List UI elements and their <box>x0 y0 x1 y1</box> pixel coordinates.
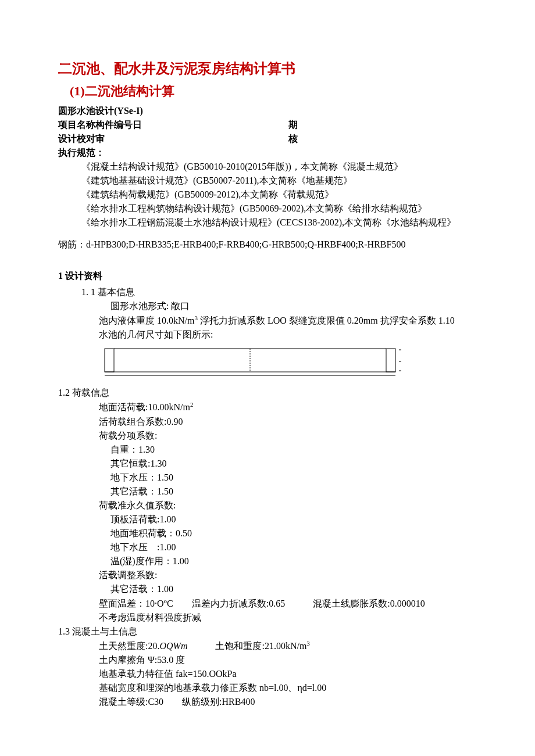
check-label-left: 设计校对审 <box>58 132 288 146</box>
quasi-1: 顶板活荷载:1.00 <box>110 513 477 526</box>
soil-sat: 土饱和重度:21.00kN/m <box>187 641 306 651</box>
pool-diagram <box>99 345 401 380</box>
adj-heading: 活载调整系数: <box>99 568 477 582</box>
bearing: 地基承载力特征值 fak=150.OOkPa <box>99 667 477 681</box>
design-line: 圆形水池设计(YSe-I) <box>58 104 477 118</box>
partial-1: 自重：1.30 <box>110 443 477 457</box>
project-label-left: 项目名称构件编号日 <box>58 118 288 132</box>
pool-shape: 圆形水池形式: 敞口 <box>110 299 477 313</box>
partial-4: 其它活载：1.50 <box>110 485 477 499</box>
liquid-line: 池内液体重度 10.0kN/m3 浮托力折减系数 LOO 裂缝宽度限值 0.20… <box>99 313 477 328</box>
quasi-4: 温(湿)度作用：1.00 <box>110 554 477 568</box>
check-label-right: 核 <box>288 132 477 146</box>
soil-natural: 土天然重度:20.OQWm 土饱和重度:21.00kN/m3 <box>99 639 477 653</box>
live-surface: 地面活荷载:10.00kN/m2 <box>99 400 477 414</box>
spec-item: 《给水排水工程钢筋混凝土水池结构设计规程》(CECS138-2002),本文简称… <box>81 216 477 230</box>
live-comb: 活荷载组合系数:0.90 <box>99 415 477 429</box>
quasi-heading: 荷载准永久值系数: <box>99 499 477 513</box>
soil-nat-i: OQWm <box>159 641 187 651</box>
partial-2: 其它恒载:1.30 <box>110 457 477 471</box>
svg-rect-0 <box>105 349 114 372</box>
spec-item: 《建筑结构荷载规范》(GB50009-2012),本文简称《荷载规范》 <box>81 188 477 202</box>
sup-2: 2 <box>190 401 194 408</box>
live-surface-text: 地面活荷载:10.00kN/m <box>99 403 190 413</box>
project-label-right: 期 <box>288 118 477 132</box>
spec-item: 《给水排水工程构筑物结构设计规范》(GB50069-2002),本文简称《给排水… <box>81 202 477 216</box>
liquid-a: 池内液体重度 10.0kN/m <box>99 316 194 325</box>
adj-1: 其它活载：1.00 <box>110 582 477 596</box>
rebar-line: 钢筋：d-HPB300;D-HRB335;E-HRB400;F-RRB400;G… <box>58 238 477 252</box>
sup-3b: 3 <box>306 640 310 647</box>
wall-temp: 壁面温差：10·OoC 温差内力折减系数:0.65 混凝土线膨胀系数:0.000… <box>99 596 477 611</box>
partial-3: 地下水压：1.50 <box>110 471 477 485</box>
partial-heading: 荷载分项系数: <box>99 429 477 443</box>
svg-rect-1 <box>386 349 395 372</box>
spec-item: 《混凝土结构设计规范》(GB50010-2010(2015年版))，本文简称《混… <box>81 160 477 174</box>
wall-temp-a: 壁面温差：10·O <box>99 599 164 608</box>
soil-nat-a: 土天然重度:20. <box>99 641 159 651</box>
section-1: 1 设计资料 <box>58 269 477 283</box>
correction: 基础宽度和埋深的地基承载力修正系数 nb=l.00、ηd=l.00 <box>99 681 477 695</box>
concrete: 混凝土等级:C30 纵筋级别:HRB400 <box>99 695 477 709</box>
quasi-3: 地下水压 :1.00 <box>110 540 477 554</box>
temp-note: 不考虑温度材料强度折减 <box>99 611 477 625</box>
section-1-3: 1.3 混凝土与土信息 <box>58 625 477 639</box>
liquid-b: 浮托力折减系数 LOO 裂缝宽度限值 0.20mm 抗浮安全系数 1.10 <box>198 316 455 325</box>
spec-item: 《建筑地基基础设计规范》(GB50007-2011),本文简称《地基规范》 <box>81 174 477 188</box>
friction: 土内摩擦角 Ψ:53.0 度 <box>99 653 477 667</box>
wall-temp-c: C 温差内力折减系数:0.65 混凝土线膨胀系数:0.000010 <box>167 599 425 608</box>
section-title: (1)二沉池结构计算 <box>70 81 477 101</box>
section-1-1: 1. 1 基本信息 <box>81 285 477 299</box>
spec-heading: 执行规范： <box>58 146 477 160</box>
quasi-2: 地面堆积荷载：0.50 <box>110 526 477 540</box>
page-title: 二沉池、配水井及污泥泵房结构计算书 <box>58 58 477 79</box>
section-1-2: 1.2 荷载信息 <box>58 386 477 400</box>
geom-line: 水池的几何尺寸如下图所示: <box>99 328 477 342</box>
